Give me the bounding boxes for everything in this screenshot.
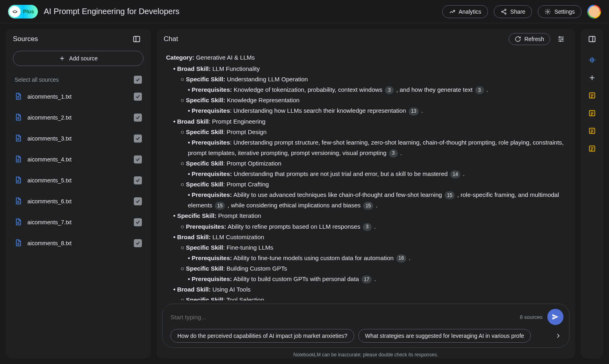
refresh-button[interactable]: Refresh — [509, 33, 550, 45]
plus-icon — [59, 55, 65, 62]
sidebar-collapse-icon — [133, 35, 141, 43]
citation[interactable]: 14 — [450, 170, 460, 178]
note-icon — [588, 91, 596, 99]
citation[interactable]: 13 — [409, 108, 419, 116]
audio-overview-button[interactable] — [587, 55, 597, 65]
note-item[interactable] — [587, 108, 597, 118]
source-name: aicomments_1.txt — [27, 93, 129, 100]
source-checkbox[interactable] — [134, 239, 142, 247]
suggestion-chip[interactable]: How do the perceived capabilities of AI … — [170, 329, 354, 343]
chat-panel: Chat Refresh Category: Generative AI & L… — [156, 29, 575, 358]
source-checkbox[interactable] — [134, 176, 142, 184]
source-row[interactable]: aicomments_3.txt — [13, 128, 143, 149]
analytics-label: Analytics — [459, 8, 481, 15]
analytics-button[interactable]: Analytics — [442, 5, 488, 18]
source-name: aicomments_8.txt — [27, 240, 129, 246]
svg-point-7 — [562, 38, 563, 39]
share-button[interactable]: Share — [494, 5, 532, 18]
suggestion-chip[interactable]: What strategies are suggested for levera… — [358, 329, 531, 343]
source-row[interactable]: aicomments_7.txt — [13, 212, 143, 233]
source-row[interactable]: aicomments_4.txt — [13, 149, 143, 170]
source-checkbox[interactable] — [134, 134, 142, 143]
right-rail — [581, 29, 603, 358]
avatar[interactable] — [587, 5, 601, 19]
citation[interactable]: 3 — [385, 86, 394, 94]
file-icon — [15, 92, 23, 101]
source-checkbox[interactable] — [134, 93, 142, 101]
file-icon — [15, 113, 23, 122]
share-icon — [501, 8, 507, 15]
source-checkbox[interactable] — [134, 218, 142, 226]
send-button[interactable] — [547, 309, 563, 325]
note-item[interactable] — [587, 143, 597, 154]
note-icon — [588, 145, 596, 153]
settings-label: Settings — [554, 8, 575, 15]
note-item[interactable] — [587, 126, 597, 136]
add-note-button[interactable] — [587, 72, 597, 83]
svg-point-3 — [547, 11, 549, 12]
file-icon — [15, 217, 23, 227]
citation[interactable]: 3 — [363, 223, 372, 231]
check-icon — [135, 77, 141, 83]
select-all-row[interactable]: Select all sources — [13, 72, 143, 86]
sidebar-expand-icon — [588, 35, 596, 43]
source-checkbox[interactable] — [134, 197, 142, 205]
source-row[interactable]: aicomments_1.txt — [13, 86, 143, 107]
note-item[interactable] — [587, 90, 597, 101]
suggestions-next-button[interactable] — [553, 331, 563, 341]
analytics-icon — [449, 8, 455, 15]
note-icon — [588, 127, 596, 135]
expand-rail-button[interactable] — [585, 32, 599, 46]
suggestions-row: How do the perceived capabilities of AI … — [170, 329, 563, 343]
send-icon — [551, 313, 559, 321]
svg-rect-4 — [134, 36, 140, 41]
source-name: aicomments_3.txt — [27, 135, 129, 142]
citation[interactable]: 15 — [445, 191, 455, 199]
source-name: aicomments_2.txt — [27, 114, 129, 121]
plus-icon — [588, 74, 596, 82]
source-checkbox[interactable] — [134, 155, 142, 163]
logo-plus-badge[interactable]: Plus — [8, 5, 38, 19]
gear-icon — [545, 8, 551, 15]
file-icon — [15, 196, 23, 206]
file-icon — [15, 176, 23, 185]
chat-content: Category: Generative AI & LLMs Broad Ski… — [156, 49, 575, 300]
chat-input-area: 8 sources How do the perceived capabilit… — [162, 304, 570, 348]
source-row[interactable]: aicomments_5.txt — [13, 170, 143, 191]
sliders-icon — [557, 35, 565, 43]
settings-button[interactable]: Settings — [538, 5, 582, 18]
collapse-sources-button[interactable] — [130, 32, 143, 46]
source-count: 8 sources — [520, 314, 542, 320]
source-name: aicomments_6.txt — [27, 198, 129, 205]
citation[interactable]: 15 — [215, 202, 225, 210]
note-icon — [588, 109, 596, 117]
waveform-icon — [588, 56, 597, 64]
citation[interactable]: 3 — [475, 86, 484, 94]
source-row[interactable]: aicomments_8.txt — [13, 233, 143, 254]
sources-panel: Sources Add source Select all sources ai… — [6, 29, 151, 358]
sources-title: Sources — [13, 35, 38, 43]
add-source-label: Add source — [69, 55, 98, 62]
refresh-label: Refresh — [524, 36, 544, 42]
select-all-checkbox[interactable] — [134, 76, 142, 84]
select-all-label: Select all sources — [15, 77, 129, 83]
source-checkbox[interactable] — [134, 114, 142, 122]
citation[interactable]: 16 — [396, 254, 406, 263]
svg-rect-9 — [589, 36, 595, 41]
file-icon — [15, 134, 23, 143]
source-row[interactable]: aicomments_2.txt — [13, 107, 143, 128]
logo-icon — [9, 6, 21, 17]
refresh-icon — [515, 36, 521, 42]
share-label: Share — [510, 8, 525, 15]
top-bar: Plus AI Prompt Engineering for Developer… — [0, 0, 609, 23]
chevron-right-icon — [555, 332, 562, 339]
disclaimer: NotebookLM can be inaccurate; please dou… — [156, 350, 575, 358]
file-icon — [15, 238, 23, 248]
citation[interactable]: 15 — [363, 202, 373, 210]
citation[interactable]: 17 — [362, 275, 372, 283]
chat-settings-button[interactable] — [554, 32, 568, 46]
add-source-button[interactable]: Add source — [13, 51, 143, 66]
citation[interactable]: 3 — [389, 149, 398, 157]
chat-input[interactable] — [170, 314, 515, 321]
source-row[interactable]: aicomments_6.txt — [13, 191, 143, 212]
